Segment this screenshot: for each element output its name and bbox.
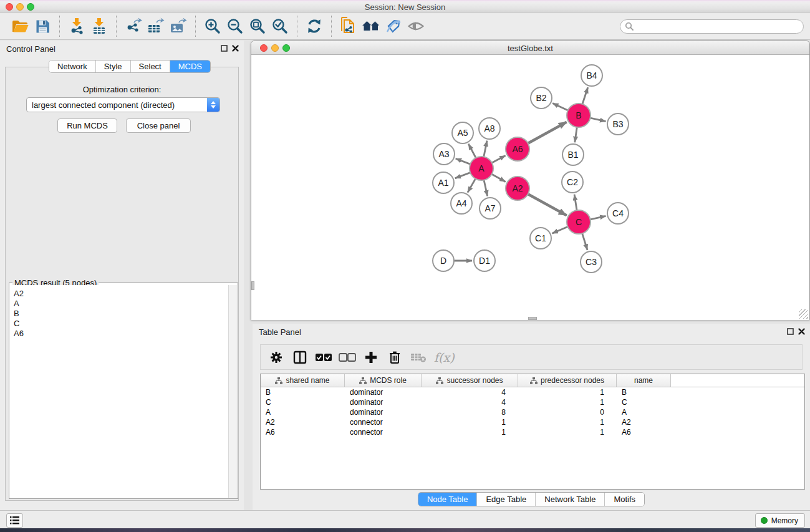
close-panel-button[interactable]: Close panel bbox=[126, 118, 191, 133]
function-builder-icon[interactable]: f(x) bbox=[434, 351, 455, 364]
hide-labels-icon[interactable] bbox=[382, 15, 405, 37]
node-D1[interactable]: D1 bbox=[474, 250, 495, 271]
delete-column-trash-icon[interactable] bbox=[384, 347, 405, 368]
cell-successor-nodes[interactable]: 1 bbox=[422, 418, 518, 427]
deselect-all-checks-icon[interactable] bbox=[337, 347, 358, 368]
node-C2[interactable]: C2 bbox=[562, 172, 583, 193]
export-table-icon[interactable] bbox=[145, 15, 167, 37]
cell-MCDS-role[interactable]: dominator bbox=[345, 408, 422, 417]
open-file-icon[interactable] bbox=[9, 15, 31, 37]
task-history-button[interactable] bbox=[6, 513, 23, 528]
node-A2[interactable]: A2 bbox=[506, 177, 529, 200]
result-item-c[interactable]: C bbox=[14, 319, 228, 329]
zoom-selected-icon[interactable] bbox=[269, 15, 291, 37]
column-header-MCDS-role[interactable]: MCDS role bbox=[345, 374, 422, 387]
table-row-b[interactable]: Bdominator41B bbox=[261, 387, 804, 397]
cell-predecessor-nodes[interactable]: 0 bbox=[518, 408, 617, 417]
node-A3[interactable]: A3 bbox=[433, 143, 455, 165]
cell-name[interactable]: C bbox=[617, 398, 671, 407]
refresh-layout-icon[interactable] bbox=[303, 15, 325, 37]
node-A4[interactable]: A4 bbox=[451, 193, 472, 214]
network-window-titlebar[interactable]: testGlobe.txt bbox=[251, 41, 809, 55]
tab-select[interactable]: Select bbox=[131, 60, 170, 72]
cell-MCDS-role[interactable]: dominator bbox=[345, 398, 422, 407]
cell-successor-nodes[interactable]: 1 bbox=[422, 428, 518, 437]
criterion-dropdown[interactable]: largest connected component (directed) bbox=[26, 97, 220, 112]
cell-shared-name[interactable]: A bbox=[261, 408, 345, 417]
column-header-shared-name[interactable]: shared name bbox=[261, 374, 345, 387]
result-item-a2[interactable]: A2 bbox=[14, 289, 228, 299]
node-B[interactable]: B bbox=[567, 104, 591, 127]
import-table-icon[interactable] bbox=[88, 15, 110, 37]
cell-successor-nodes[interactable]: 4 bbox=[422, 398, 518, 407]
cell-shared-name[interactable]: A6 bbox=[261, 428, 345, 437]
column-header-name[interactable]: name bbox=[617, 374, 671, 387]
memory-button[interactable]: Memory bbox=[755, 513, 805, 528]
node-A8[interactable]: A8 bbox=[479, 118, 500, 139]
show-details-eye-icon[interactable] bbox=[405, 15, 427, 37]
cell-shared-name[interactable]: B bbox=[261, 388, 345, 397]
graph-canvas[interactable]: B4B2BB3A8A5A6A3B1AC2A1A2A4A7C4CC1DD1C3 bbox=[251, 55, 809, 320]
zoom-out-icon[interactable] bbox=[224, 15, 246, 37]
node-A5[interactable]: A5 bbox=[452, 122, 473, 143]
zoom-in-icon[interactable] bbox=[201, 15, 224, 37]
cell-name[interactable]: A2 bbox=[617, 418, 671, 427]
node-A6[interactable]: A6 bbox=[506, 137, 529, 161]
cell-successor-nodes[interactable]: 4 bbox=[422, 388, 518, 397]
table-row-a2[interactable]: A2connector11A2 bbox=[261, 417, 804, 427]
node-B1[interactable]: B1 bbox=[562, 144, 584, 165]
network-canvas[interactable]: B4B2BB3A8A5A6A3B1AC2A1A2A4A7C4CC1DD1C3 bbox=[251, 55, 809, 320]
zoom-fit-icon[interactable] bbox=[246, 15, 269, 37]
cell-predecessor-nodes[interactable]: 1 bbox=[518, 428, 617, 437]
result-item-a[interactable]: A bbox=[14, 299, 228, 309]
cell-predecessor-nodes[interactable]: 1 bbox=[518, 398, 617, 407]
search-field[interactable] bbox=[620, 19, 804, 34]
result-item-b[interactable]: B bbox=[14, 309, 228, 319]
vertical-scroll-nub[interactable] bbox=[251, 281, 254, 290]
cell-MCDS-role[interactable]: connector bbox=[345, 418, 422, 427]
tab-mcds[interactable]: MCDS bbox=[170, 60, 210, 72]
node-C3[interactable]: C3 bbox=[581, 251, 602, 273]
cell-shared-name[interactable]: A2 bbox=[261, 418, 345, 427]
tab-node-table[interactable]: Node Table bbox=[418, 493, 478, 506]
table-row-a[interactable]: Adominator80A bbox=[261, 407, 804, 417]
table-row-c[interactable]: Cdominator41C bbox=[261, 397, 804, 407]
tab-network-table[interactable]: Network Table bbox=[536, 493, 605, 506]
node-C1[interactable]: C1 bbox=[530, 228, 551, 249]
node-B3[interactable]: B3 bbox=[607, 114, 629, 135]
delete-table-icon[interactable] bbox=[408, 347, 429, 368]
cell-shared-name[interactable]: C bbox=[261, 398, 345, 407]
node-A1[interactable]: A1 bbox=[433, 172, 454, 193]
cell-MCDS-role[interactable]: connector bbox=[345, 428, 422, 437]
window-resize-grip[interactable] bbox=[799, 309, 808, 319]
cell-predecessor-nodes[interactable]: 1 bbox=[518, 388, 617, 397]
node-A[interactable]: A bbox=[470, 157, 493, 180]
settings-gear-icon[interactable] bbox=[266, 347, 287, 368]
cell-name[interactable]: A bbox=[617, 408, 671, 417]
close-table-panel-icon[interactable] bbox=[798, 328, 805, 335]
add-column-icon[interactable] bbox=[360, 347, 382, 368]
cell-predecessor-nodes[interactable]: 1 bbox=[518, 418, 617, 427]
import-network-icon[interactable] bbox=[65, 15, 88, 37]
search-input[interactable] bbox=[634, 21, 803, 32]
cell-name[interactable]: A6 bbox=[617, 428, 671, 437]
export-image-icon[interactable] bbox=[167, 15, 190, 37]
float-table-panel-icon[interactable] bbox=[787, 328, 794, 335]
select-all-checks-icon[interactable] bbox=[313, 347, 334, 368]
tab-motifs[interactable]: Motifs bbox=[605, 493, 644, 506]
cell-name[interactable]: B bbox=[617, 388, 671, 397]
tab-network[interactable]: Network bbox=[49, 60, 96, 72]
node-D[interactable]: D bbox=[433, 250, 454, 271]
show-columns-icon[interactable] bbox=[289, 347, 311, 368]
network-from-selection-icon[interactable] bbox=[337, 15, 360, 37]
horizontal-scroll-nub[interactable] bbox=[528, 317, 537, 320]
node-C4[interactable]: C4 bbox=[607, 203, 629, 224]
result-item-a6[interactable]: A6 bbox=[14, 329, 228, 339]
home-networks-icon[interactable] bbox=[360, 15, 382, 37]
tab-edge-table[interactable]: Edge Table bbox=[477, 493, 536, 506]
result-scrollbar[interactable] bbox=[228, 285, 237, 498]
close-panel-icon[interactable] bbox=[232, 45, 239, 52]
cell-MCDS-role[interactable]: dominator bbox=[345, 388, 422, 397]
run-mcds-button[interactable]: Run MCDS bbox=[57, 118, 117, 133]
node-B4[interactable]: B4 bbox=[581, 65, 602, 86]
